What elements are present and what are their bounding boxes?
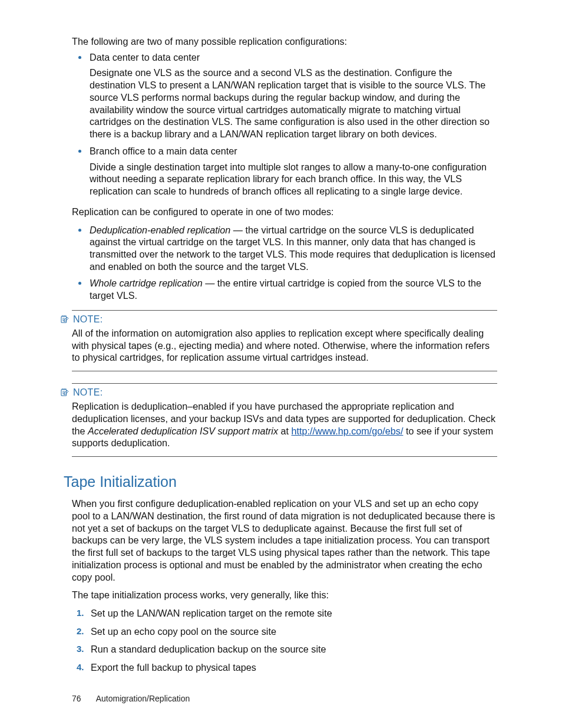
config-text: Divide a single destination target into … (90, 161, 497, 197)
note-label: NOTE: (73, 314, 103, 325)
config-title: Data center to data center (90, 51, 497, 64)
page-content: The following are two of many possible r… (64, 35, 497, 674)
note-icon (60, 388, 70, 397)
note2-italic: Accelerated deduplication ISV support ma… (88, 426, 278, 436)
section-paragraph-2: The tape initialization process works, v… (72, 589, 497, 601)
modes-list: Deduplication-enabled replication — the … (72, 224, 497, 302)
list-item: Deduplication-enabled replication — the … (88, 224, 497, 273)
steps-list: Set up the LAN/WAN replication target on… (72, 607, 497, 674)
note-label: NOTE: (73, 387, 103, 398)
document-page: The following are two of many possible r… (0, 0, 562, 728)
config-title: Branch office to a main data center (90, 145, 497, 157)
note-header: NOTE: (60, 314, 497, 325)
page-number: 76 (72, 694, 81, 703)
section-paragraph-1: When you first configure deduplication-e… (72, 498, 497, 583)
page-footer: 76 Automigration/Replication (72, 694, 190, 703)
horizontal-rule (72, 456, 497, 457)
step-item: Run a standard deduplication backup on t… (77, 643, 497, 655)
support-matrix-link[interactable]: http://www.hp.com/go/ebs/ (292, 426, 404, 436)
section-heading-tape-initialization: Tape Initialization (64, 473, 497, 490)
footer-title: Automigration/Replication (96, 694, 190, 703)
note-text: Replication is deduplication–enabled if … (72, 400, 497, 449)
note-text: All of the information on automigration … (72, 327, 497, 364)
list-item: Whole cartridge replication — the entire… (88, 277, 497, 301)
configurations-list: Data center to data center Designate one… (72, 51, 497, 197)
horizontal-rule (72, 371, 497, 371)
mode-term: Whole cartridge replication (90, 278, 203, 288)
horizontal-rule (72, 383, 497, 384)
note-block-2: NOTE: Replication is deduplication–enabl… (72, 383, 497, 457)
note-icon (60, 315, 70, 324)
list-item: Branch office to a main data center Divi… (88, 145, 497, 197)
config-text: Designate one VLS as the source and a se… (90, 67, 497, 140)
note-header: NOTE: (60, 387, 497, 398)
list-item: Data center to data center Designate one… (88, 51, 497, 140)
step-item: Export the full backup to physical tapes (77, 661, 497, 674)
note2-mid: at (278, 426, 292, 436)
mode-term: Deduplication-enabled replication (90, 225, 230, 235)
intro-paragraph: The following are two of many possible r… (72, 35, 497, 48)
step-item: Set up an echo copy pool on the source s… (77, 625, 497, 638)
note-block-1: NOTE: All of the information on automigr… (72, 310, 497, 371)
modes-intro-paragraph: Replication can be configured to operate… (72, 206, 497, 218)
horizontal-rule (72, 310, 497, 311)
step-item: Set up the LAN/WAN replication target on… (77, 607, 497, 620)
